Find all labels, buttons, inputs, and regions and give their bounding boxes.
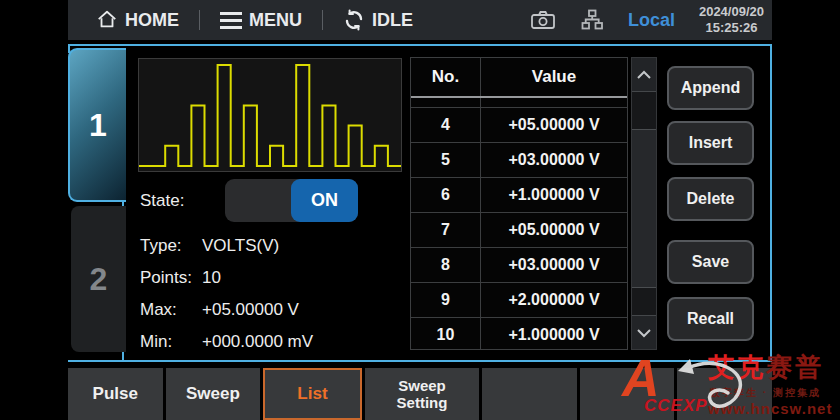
table-header-row: No. Value xyxy=(411,58,627,98)
points-value: 10 xyxy=(202,268,221,288)
trigger-status: IDLE xyxy=(343,9,413,31)
table-row[interactable]: 8+03.00000 V xyxy=(411,248,627,283)
cell-no: 8 xyxy=(411,248,481,282)
divider xyxy=(322,10,323,30)
home-button[interactable]: HOME xyxy=(96,9,179,31)
min-label: Min: xyxy=(140,332,172,352)
table-row[interactable]: 10+1.000000 V xyxy=(411,318,627,350)
max-value: +05.00000 V xyxy=(202,300,299,320)
insert-button[interactable]: Insert xyxy=(667,121,754,165)
table-row[interactable]: 6+1.000000 V xyxy=(411,178,627,213)
channel-tab-2[interactable]: 2 xyxy=(71,206,126,352)
max-label: Max: xyxy=(140,300,177,320)
list-waveform-trace xyxy=(139,65,401,166)
top-bar: HOME MENU IDLE xyxy=(68,0,772,40)
lan-network-icon[interactable] xyxy=(580,8,604,32)
menu-icon xyxy=(220,12,242,29)
cell-no: 6 xyxy=(411,178,481,212)
chevron-up-icon xyxy=(636,70,652,80)
append-button[interactable]: Append xyxy=(667,66,754,110)
cell-no: 9 xyxy=(411,283,481,317)
chevron-down-icon xyxy=(636,328,652,338)
status-label: IDLE xyxy=(372,10,413,31)
min-value: +000.0000 mV xyxy=(202,332,313,352)
cell-value[interactable]: +05.00000 V xyxy=(481,108,627,142)
cell-no: 4 xyxy=(411,108,481,142)
cell-value[interactable]: +2.000000 V xyxy=(481,283,627,317)
col-header-value: Value xyxy=(481,58,627,96)
menu-label: MENU xyxy=(249,10,302,31)
tab-sweep[interactable]: Sweep xyxy=(166,368,261,420)
type-value: VOLTS(V) xyxy=(202,236,279,256)
tab-list[interactable]: List xyxy=(263,368,362,420)
time-text: 15:25:26 xyxy=(699,20,764,36)
channel-tab-label: 1 xyxy=(89,107,107,144)
cell-no: 10 xyxy=(411,318,481,350)
tab-pulse[interactable]: Pulse xyxy=(68,368,163,420)
date-text: 2024/09/20 xyxy=(699,4,764,20)
table-scrollbar[interactable] xyxy=(631,57,657,350)
list-value-table: No. Value 4+05.00000 V5+03.00000 V6+1.00… xyxy=(410,57,628,350)
type-label: Type: xyxy=(140,236,182,256)
home-icon xyxy=(96,9,118,31)
save-button[interactable]: Save xyxy=(667,240,754,284)
cell-value[interactable]: +03.00000 V xyxy=(481,143,627,177)
sync-icon xyxy=(343,9,365,31)
home-label: HOME xyxy=(125,10,179,31)
instrument-screen: HOME MENU IDLE xyxy=(0,0,840,420)
cell-value[interactable]: +03.00000 V xyxy=(481,248,627,282)
output-state-toggle[interactable]: ON xyxy=(225,179,358,222)
table-row[interactable]: 7+05.00000 V xyxy=(411,213,627,248)
cell-value[interactable]: +1.000000 V xyxy=(481,318,627,350)
points-label: Points: xyxy=(140,268,192,288)
tab-empty xyxy=(580,368,675,420)
list-waveform-chart xyxy=(138,58,402,172)
cell-no: 5 xyxy=(411,143,481,177)
cell-value[interactable]: +05.00000 V xyxy=(481,213,627,247)
channel-tab-1[interactable]: 1 xyxy=(68,48,126,202)
recall-button[interactable]: Recall xyxy=(667,297,754,341)
state-label: State: xyxy=(140,191,184,211)
cell-no: 7 xyxy=(411,213,481,247)
toggle-on-knob: ON xyxy=(291,179,358,222)
tab-empty xyxy=(482,368,577,420)
table-row[interactable]: 5+03.00000 V xyxy=(411,143,627,178)
tab-sweep-setting[interactable]: Sweep Setting xyxy=(365,368,480,420)
col-header-no: No. xyxy=(411,58,481,96)
screenshot-camera-icon[interactable] xyxy=(530,9,556,31)
scrollbar-thumb[interactable] xyxy=(632,129,656,288)
tab-empty xyxy=(677,368,772,420)
cell-value[interactable]: +1.000000 V xyxy=(481,178,627,212)
divider xyxy=(199,10,200,30)
delete-button[interactable]: Delete xyxy=(667,177,754,221)
table-row[interactable]: 4+05.00000 V xyxy=(411,108,627,143)
function-tab-bar: PulseSweepListSweep Setting xyxy=(68,368,772,420)
menu-button[interactable]: MENU xyxy=(220,10,302,31)
channel-tab-label: 2 xyxy=(90,261,108,298)
scroll-down-button[interactable] xyxy=(632,315,656,349)
datetime-display: 2024/09/20 15:25:26 xyxy=(699,4,764,37)
scroll-up-button[interactable] xyxy=(632,58,656,92)
table-row[interactable]: 9+2.000000 V xyxy=(411,283,627,318)
local-mode-indicator[interactable]: Local xyxy=(628,10,675,31)
table-row-partial xyxy=(411,98,627,108)
